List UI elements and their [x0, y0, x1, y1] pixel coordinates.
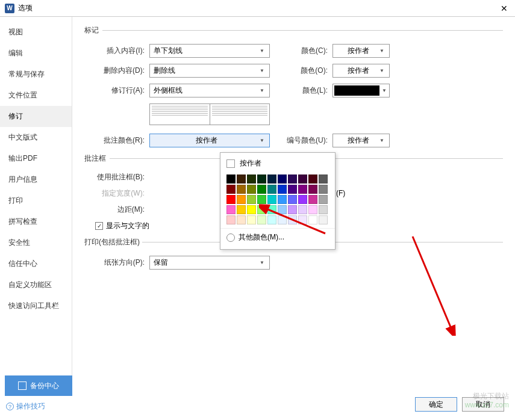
more-colors[interactable]: 其他颜色(M)... — [220, 228, 335, 246]
color-cell[interactable] — [237, 174, 246, 184]
color-cell[interactable] — [237, 185, 246, 194]
close-icon[interactable]: ✕ — [498, 2, 510, 14]
color-cell[interactable] — [288, 174, 297, 184]
color-cell[interactable] — [226, 174, 236, 184]
color-cell[interactable] — [247, 215, 256, 224]
color-cell[interactable] — [278, 195, 287, 204]
color-cell[interactable] — [247, 185, 256, 194]
color-cell[interactable] — [308, 215, 317, 224]
select-insert[interactable]: 单下划线 ▼ — [149, 44, 270, 58]
chevron-down-icon: ▼ — [260, 88, 266, 93]
footer: 备份中心 ? 操作技巧 确定 取消 — [0, 384, 515, 420]
color-cell[interactable] — [298, 174, 307, 184]
select-delete[interactable]: 删除线 ▼ — [149, 64, 270, 78]
select-num-color[interactable]: 按作者 ▼ — [332, 134, 390, 147]
sidebar-item-customize[interactable]: 自定义功能区 — [0, 274, 72, 295]
color-cell[interactable] — [288, 195, 297, 204]
select-changed-color[interactable]: ▼ — [332, 84, 390, 97]
sidebar-item-view[interactable]: 视图 — [0, 22, 72, 43]
color-cell[interactable] — [298, 215, 307, 224]
sidebar-item-general[interactable]: 常规与保存 — [0, 64, 72, 85]
color-cell[interactable] — [319, 215, 328, 224]
color-cell[interactable] — [247, 174, 256, 184]
checkbox-show-lines[interactable]: 显示与文字的 — [95, 221, 149, 231]
color-cell[interactable] — [298, 195, 307, 204]
label-margin: 边距(M): — [95, 205, 149, 215]
color-cell[interactable] — [257, 195, 266, 204]
color-cell[interactable] — [257, 174, 266, 184]
select-delete-color[interactable]: 按作者 ▼ — [332, 64, 390, 78]
backup-center-button[interactable]: 备份中心 — [5, 375, 72, 396]
color-cell[interactable] — [237, 195, 246, 204]
color-cell[interactable] — [226, 195, 236, 204]
color-cell[interactable] — [278, 205, 287, 214]
sidebar-item-userinfo[interactable]: 用户信息 — [0, 169, 72, 190]
color-cell[interactable] — [288, 215, 297, 224]
color-cell[interactable] — [319, 174, 328, 184]
preview-box — [149, 103, 270, 125]
tips-link[interactable]: ? 操作技巧 — [6, 401, 45, 412]
empty-swatch-icon — [226, 159, 235, 168]
color-cell[interactable] — [247, 195, 256, 204]
color-cell[interactable] — [278, 185, 287, 194]
color-cell[interactable] — [267, 215, 276, 224]
color-cell[interactable] — [308, 174, 317, 184]
color-cell[interactable] — [298, 185, 307, 194]
color-cell[interactable] — [257, 215, 266, 224]
ok-button[interactable]: 确定 — [415, 397, 457, 412]
label-insert: 插入内容(I): — [95, 46, 149, 56]
color-cell[interactable] — [267, 185, 276, 194]
checkbox-icon — [95, 222, 103, 230]
sidebar-item-quickaccess[interactable]: 快速访问工具栏 — [0, 295, 72, 317]
main-panel: 标记 插入内容(I): 单下划线 ▼ 颜色(C): 按作者 ▼ 删除内容(D):… — [72, 17, 515, 384]
sidebar-item-revision[interactable]: 修订 — [0, 106, 72, 127]
chevron-down-icon: ▼ — [260, 138, 266, 143]
color-cell[interactable] — [226, 215, 236, 224]
color-by-author[interactable]: 按作者 — [220, 156, 335, 171]
color-cell[interactable] — [278, 174, 287, 184]
cancel-button[interactable]: 取消 — [462, 397, 504, 412]
fieldset-marks: 标记 — [84, 25, 503, 36]
select-comment-color[interactable]: 按作者 ▼ — [149, 134, 270, 147]
color-cell[interactable] — [257, 205, 266, 214]
color-cell[interactable] — [257, 185, 266, 194]
color-cell[interactable] — [226, 205, 236, 214]
color-cell[interactable] — [278, 215, 287, 224]
color-cell[interactable] — [319, 205, 328, 214]
sidebar-item-filelocation[interactable]: 文件位置 — [0, 85, 72, 106]
color-cell[interactable] — [267, 195, 276, 204]
color-cell[interactable] — [267, 205, 276, 214]
sidebar-item-spellcheck[interactable]: 拼写检查 — [0, 211, 72, 232]
fieldset-marks-label: 标记 — [84, 25, 101, 36]
color-cell[interactable] — [288, 185, 297, 194]
sidebar: 视图 编辑 常规与保存 文件位置 修订 中文版式 输出PDF 用户信息 打印 拼… — [0, 17, 72, 384]
color-cell[interactable] — [319, 195, 328, 204]
color-cell[interactable] — [226, 185, 236, 194]
color-cell[interactable] — [308, 185, 317, 194]
label-use-balloon: 使用批注框(B): — [95, 172, 149, 182]
backup-icon — [18, 381, 27, 390]
sidebar-item-edit[interactable]: 编辑 — [0, 43, 72, 64]
sidebar-item-pdf[interactable]: 输出PDF — [0, 148, 72, 169]
palette-icon — [226, 233, 235, 242]
color-cell[interactable] — [308, 205, 317, 214]
color-cell[interactable] — [308, 195, 317, 204]
color-cell[interactable] — [288, 205, 297, 214]
sidebar-item-security[interactable]: 安全性 — [0, 232, 72, 253]
sidebar-item-trust[interactable]: 信任中心 — [0, 253, 72, 274]
label-changed: 修订行(A): — [95, 85, 149, 96]
color-cell[interactable] — [237, 205, 246, 214]
color-cell[interactable] — [247, 205, 256, 214]
sidebar-item-chinese[interactable]: 中文版式 — [0, 127, 72, 148]
select-orient[interactable]: 保留 ▼ — [149, 256, 270, 270]
label-insert-color: 颜色(C): — [282, 46, 332, 56]
color-cell[interactable] — [298, 205, 307, 214]
sidebar-item-print[interactable]: 打印 — [0, 190, 72, 211]
select-insert-color[interactable]: 按作者 ▼ — [332, 44, 390, 58]
select-changed[interactable]: 外侧框线 ▼ — [149, 84, 270, 97]
color-cell[interactable] — [267, 174, 276, 184]
color-grid — [220, 171, 335, 228]
chevron-down-icon: ▼ — [379, 68, 385, 73]
color-cell[interactable] — [319, 185, 328, 194]
color-cell[interactable] — [237, 215, 246, 224]
